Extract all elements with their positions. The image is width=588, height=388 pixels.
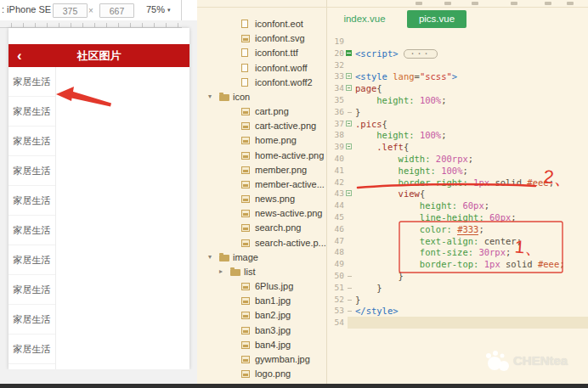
chevron-right-icon[interactable]: ▸ [219, 267, 223, 275]
tree-item-iconfont-ttf[interactable]: iconfont.ttf [197, 46, 326, 60]
tree-item-logo-png[interactable]: logo.png [197, 367, 326, 381]
tree-item-label: list [244, 267, 255, 277]
fold-toggle-icon[interactable] [346, 85, 352, 91]
code-line-48: 48 font-size: 30rpx; [327, 246, 588, 258]
device-select[interactable]: : iPhone SE ▾ [2, 4, 57, 14]
code-text: height: 60px; [355, 200, 489, 212]
file-tree: iconfont.eoticonfont.svgiconfont.ttficon… [197, 0, 326, 384]
tree-item-gywmban-jpg[interactable]: gywmban.jpg [197, 352, 326, 367]
code-line-38: 38 height: 100%; [327, 129, 588, 141]
tree-item-home-active-png[interactable]: home-active.png [197, 149, 326, 163]
tree-item-iconfont-woff2[interactable]: iconfont.woff2 [197, 76, 326, 90]
image-icon [241, 341, 250, 349]
category-item[interactable]: 家居生活 [8, 275, 55, 305]
code-line-20: 20<script>··· [327, 48, 588, 59]
code-line-34: 34page{ [327, 82, 588, 94]
zoom-select[interactable]: 75% ▾ [146, 4, 171, 14]
tree-item-home-png[interactable]: home.png [197, 133, 326, 148]
fold-toggle-icon[interactable] [346, 73, 352, 79]
tree-item-label: news-active.png [255, 208, 323, 218]
category-item[interactable]: 家居生活 [8, 245, 55, 275]
tree-item-label: ban4.jpg [255, 340, 291, 350]
line-number: 45 [327, 212, 344, 222]
devtools-ruler [0, 20, 182, 28]
tree-item-cart-active-png[interactable]: cart-active.png [197, 119, 326, 133]
category-item[interactable]: 家居生活 [8, 156, 55, 186]
tab-index-vue[interactable]: index.vue [336, 10, 393, 28]
image-icon [241, 224, 250, 232]
category-item[interactable]: 家居生活 [8, 67, 55, 97]
tree-item-search-active-p-[interactable]: search-active.p... [197, 236, 326, 250]
screenshot-root: : iPhone SE ▾ × 75% ▾ ‹ 社区图片 家居生活家居生活家居生… [0, 0, 588, 388]
line-number: 44 [327, 200, 344, 210]
image-icon [241, 122, 250, 130]
tree-item-cart-png[interactable]: cart.png [197, 104, 326, 119]
code-text: line-height: 60px; [355, 212, 517, 224]
tree-item-ban4-jpg[interactable]: ban4.jpg [197, 338, 326, 352]
tree-item-news-png[interactable]: news.png [197, 192, 326, 206]
width-input[interactable] [53, 3, 88, 18]
tree-item-search-png[interactable]: search.png [197, 221, 326, 235]
panel-top-border [197, 7, 588, 8]
code-line-33: 33<style lang="scss"> [327, 70, 588, 82]
tree-item-iconfont-woff[interactable]: iconfont.woff [197, 61, 326, 76]
tree-item-iconfont-eot[interactable]: iconfont.eot [197, 17, 326, 31]
code-text: } [355, 283, 382, 295]
line-number: 46 [327, 224, 344, 233]
category-item[interactable]: 家居生活 [8, 127, 55, 156]
fold-end-mark [348, 288, 352, 289]
tree-item-label: ban3.jpg [255, 325, 291, 335]
tree-item-iconfont-svg[interactable]: iconfont.svg [197, 31, 326, 46]
category-item[interactable]: 家居生活 [8, 186, 55, 216]
code-line-54: 54 [327, 317, 588, 329]
tree-item-member-png[interactable]: member.png [197, 163, 326, 177]
category-item[interactable]: 家居生活 [8, 97, 55, 127]
line-number: 38 [327, 130, 344, 139]
chevron-down-icon[interactable]: ▾ [208, 93, 212, 100]
code-text: width: 200rpx; [355, 154, 473, 166]
fold-toggle-icon[interactable] [346, 190, 352, 196]
device-toolbar: : iPhone SE ▾ × 75% ▾ [0, 0, 197, 20]
tree-item-label: cart.png [255, 106, 289, 116]
code-line-46: 46 color: #333; [327, 223, 588, 235]
fold-toggle-icon[interactable] [346, 50, 352, 56]
height-input[interactable] [99, 3, 134, 18]
category-item[interactable]: 家居生活 [8, 305, 55, 335]
code-text: <script>··· [355, 48, 438, 60]
code-line-41: 41 height: 100%; [327, 165, 588, 177]
line-number: 19 [327, 37, 344, 46]
tree-item-news-active-png[interactable]: news-active.png [197, 206, 326, 221]
category-item[interactable]: 家居生活 [8, 216, 55, 245]
fold-toggle-icon[interactable] [346, 143, 352, 149]
code-text: border-right: 1px solid #eee; [355, 177, 554, 189]
tree-item-image[interactable]: ▾image [197, 250, 326, 265]
current-line-highlight [348, 317, 588, 329]
tree-item-label: image [233, 252, 258, 262]
code-text: } [355, 295, 360, 306]
chevron-down-icon: ▾ [167, 7, 171, 13]
device-viewport: ‹ 社区图片 家居生活家居生活家居生活家居生活家居生活家居生活家居生活家居生活家… [8, 28, 189, 369]
tree-item-6plus-jpg[interactable]: 6Plus.jpg [197, 279, 326, 294]
tree-item-list[interactable]: ▸list [197, 265, 326, 279]
fold-end-mark [348, 300, 352, 301]
tree-item-ban2-jpg[interactable]: ban2.jpg [197, 308, 326, 323]
code-text: color: #333; [355, 224, 484, 236]
code-line-45: 45 line-height: 60px; [327, 211, 588, 223]
fold-toggle-icon[interactable] [346, 121, 352, 127]
line-number: 51 [327, 283, 344, 292]
tab-pics-vue[interactable]: pics.vue [407, 10, 466, 28]
category-item[interactable]: 家居生活 [8, 335, 55, 364]
tree-item-ban3-jpg[interactable]: ban3.jpg [197, 323, 326, 338]
category-sidebar: 家居生活家居生活家居生活家居生活家居生活家居生活家居生活家居生活家居生活家居生活 [8, 67, 56, 369]
code-line-43: 43 view{ [327, 188, 588, 200]
tree-item-member-active-[interactable]: member-active... [197, 177, 326, 192]
chevron-down-icon[interactable]: ▾ [208, 253, 212, 261]
code-line-51: 51 } [327, 282, 588, 294]
folded-code-placeholder[interactable]: ··· [404, 49, 438, 59]
code-text: height: 100%; [355, 95, 447, 107]
tree-item-label: search.png [255, 222, 301, 233]
tree-item-icon[interactable]: ▾icon [197, 90, 326, 104]
tree-item-label: gywmban.jpg [255, 354, 310, 364]
tree-item-ban1-jpg[interactable]: ban1.jpg [197, 294, 326, 308]
code-text: font-size: 30rpx; [355, 247, 511, 259]
